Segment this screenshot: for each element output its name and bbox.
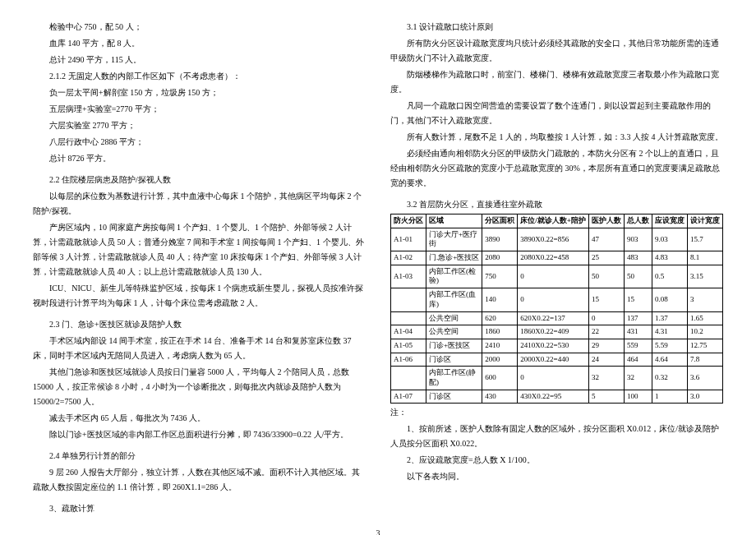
table-cell: 483: [625, 251, 652, 265]
table-header-cell: 区域: [426, 214, 482, 228]
table-cell: 32: [589, 367, 625, 390]
table-cell: 15: [625, 288, 652, 311]
table-cell: 3: [688, 288, 723, 311]
table-cell: 559: [625, 339, 652, 353]
table-cell: 1: [652, 390, 688, 404]
table-cell: A1-04: [391, 325, 426, 339]
para: 减去手术区内 65 人后，每批次为 7436 人。: [33, 411, 366, 426]
table-header-cell: 设计宽度: [688, 214, 723, 228]
table-cell: 12.75: [688, 339, 723, 353]
table-cell: 3.15: [688, 265, 723, 288]
table-cell: 32: [625, 367, 652, 390]
section-heading-2-2: 2.2 住院楼层病患及陪护/探视人数: [33, 173, 366, 187]
para: 其他门急诊和医技区域就诊人员按日门量容 5000 人，平均每人 2 个陪同人员，…: [33, 365, 366, 409]
table-cell: 门诊+医技区: [426, 339, 482, 353]
para: 检验中心 750，配 50 人；: [33, 20, 366, 35]
section-heading-3: 3、疏散计算: [33, 501, 366, 516]
section-heading-3-2: 3.2 首层防火分区，直接通往室外疏散: [390, 197, 723, 212]
table-cell: [391, 311, 426, 325]
table-cell: A1-02: [391, 251, 426, 265]
table-cell: A1-05: [391, 339, 426, 353]
table-cell: 5: [589, 390, 625, 404]
table-cell: 0: [518, 288, 589, 311]
para: 9 层 260 人报告大厅部分，独立计算，人数在其他区域不减。面积不计入其他区域…: [33, 465, 366, 495]
table-cell: 8.1: [688, 251, 723, 265]
table-row: 内部工作区(血库)140015150.083: [391, 288, 723, 311]
note-3: 以下各表均同。: [390, 469, 723, 484]
para: 手术区域内部设 14 间手术室，按正在手术 14 台、准备手术 14 台和复苏室…: [33, 334, 366, 363]
table-cell: 门诊区: [426, 353, 482, 367]
table-cell: 0: [589, 311, 625, 325]
table-cell: 1.37: [652, 311, 688, 325]
para: 除以门诊+医技区域的非内部工作区总面积进行分摊，即 7436/33900=0.2…: [33, 427, 366, 442]
table-cell: 620: [482, 311, 518, 325]
table-cell: 22: [589, 325, 625, 339]
table-header-cell: 应设宽度: [652, 214, 688, 228]
table-cell: 620X0.22=137: [518, 311, 589, 325]
table-header-cell: 防火分区: [391, 214, 426, 228]
table-cell: 2410X0.22=530: [518, 339, 589, 353]
table-cell: 431: [625, 325, 652, 339]
para: 五层病理+实验室=2770 平方；: [33, 102, 366, 117]
table-cell: 15: [589, 288, 625, 311]
table-cell: 24: [589, 353, 625, 367]
table-cell: 2080: [482, 251, 518, 265]
table-cell: 2000X0.22=440: [518, 353, 589, 367]
table-header-cell: 总人数: [625, 214, 652, 228]
table-row: 公共空间620620X0.22=13701371.371.65: [391, 311, 723, 325]
table-cell: 1860X0.22=409: [518, 325, 589, 339]
table-cell: 50: [589, 265, 625, 288]
table-row: A1-07门诊区430430X0.22=95510013.0: [391, 390, 723, 404]
table-cell: 1.65: [688, 311, 723, 325]
table-cell: A1-03: [391, 265, 426, 288]
note-1: 1、按前所述，医护人数除有固定人数的区域外，按分区面积 X0.012，床位/就诊…: [390, 422, 723, 451]
table-cell: 50: [625, 265, 652, 288]
table-cell: 1860: [482, 325, 518, 339]
para: 2.1.2 无固定人数的内部工作区如下（不考虑患者）：: [33, 69, 366, 84]
table-row: 内部工作区(静配)600032320.323.6: [391, 367, 723, 390]
table-cell: [391, 367, 426, 390]
table-cell: 137: [625, 311, 652, 325]
table-cell: 29: [589, 339, 625, 353]
left-column: 检验中心 750，配 50 人； 血库 140 平方，配 8 人。 总计 249…: [33, 20, 366, 518]
table-cell: A1-01: [391, 228, 426, 251]
para: 所有防火分区设计疏散宽度均只统计必须经其疏散的安全口，其他日常功能所需的连通甲级…: [390, 36, 723, 66]
table-cell: 100: [625, 390, 652, 404]
table-cell: A1-06: [391, 353, 426, 367]
table-cell: 430X0.22=95: [518, 390, 589, 404]
table-row: A1-04公共空间18601860X0.22=409224314.3110.2: [391, 325, 723, 339]
table-cell: 3.6: [688, 367, 723, 390]
para: 必须经由通向相邻防火分区的甲级防火门疏散的，本防火分区有 2 个以上的直通口，且…: [390, 146, 723, 191]
table-cell: 464: [625, 353, 652, 367]
table-cell: 0.08: [652, 288, 688, 311]
table-cell: 内部工作区(血库): [426, 288, 482, 311]
table-cell: 0.32: [652, 367, 688, 390]
table-cell: 2000: [482, 353, 518, 367]
table-header-cell: 床位/就诊人数+陪护: [518, 214, 589, 228]
table-cell: 0: [518, 367, 589, 390]
table-cell: 600: [482, 367, 518, 390]
table-cell: 2080X0.22=458: [518, 251, 589, 265]
table-cell: 9.03: [652, 228, 688, 251]
table-cell: 内部工作区(检验): [426, 265, 482, 288]
table-cell: 15.7: [688, 228, 723, 251]
para: 总计 8726 平方。: [33, 151, 366, 166]
table-cell: 3890X0.22=856: [518, 228, 589, 251]
table-row: A1-02门.急诊+医技区20802080X0.22=458254834.838…: [391, 251, 723, 265]
table-cell: 4.64: [652, 353, 688, 367]
table-cell: 门.急诊+医技区: [426, 251, 482, 265]
para: 总计 2490 平方，115 人。: [33, 53, 366, 67]
para: 八层行政中心 2886 平方；: [33, 135, 366, 150]
table-header-cell: 医护人数: [589, 214, 625, 228]
table-cell: 25: [589, 251, 625, 265]
section-heading-2-4: 2.4 单独另行计算的部分: [33, 449, 366, 464]
table-cell: 750: [482, 265, 518, 288]
table-cell: 3.0: [688, 390, 723, 404]
section-heading-2-3: 2.3 门、急诊+医技区就诊及陪护人数: [33, 317, 366, 332]
table-row: A1-01门诊大厅+医疗街38903890X0.22=856479039.031…: [391, 228, 723, 251]
para: 负一层太平间+解剖室 150 方，垃圾房 150 方；: [33, 85, 366, 100]
table-cell: 3890: [482, 228, 518, 251]
notes-label: 注：: [390, 405, 723, 420]
para: ICU、NICU、新生儿等特殊监护区域，按每床 1 个病患或新生婴儿，探视人员按…: [33, 281, 366, 311]
table-cell: 5.59: [652, 339, 688, 353]
